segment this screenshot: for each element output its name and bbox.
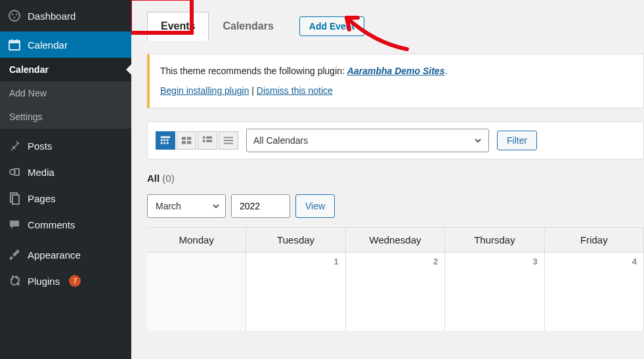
submenu-settings[interactable]: Settings: [0, 105, 131, 129]
svg-rect-6: [11, 39, 12, 42]
sidebar-submenu: Calendar Add New Settings: [0, 58, 131, 129]
calendar-cell[interactable]: 1: [246, 252, 345, 331]
notice-sep: |: [249, 85, 256, 96]
calendar-icon: [8, 38, 21, 51]
cell-num: 2: [433, 257, 438, 266]
annotation-arrow: [335, 10, 414, 56]
svg-rect-14: [161, 136, 170, 138]
svg-rect-26: [206, 136, 212, 138]
sidebar-label: Media: [28, 167, 54, 178]
calendar-grid: Monday Tuesday Wednesday Thursday Friday…: [147, 227, 644, 331]
calendar-cell[interactable]: 2: [346, 252, 445, 331]
calendar-dropdown[interactable]: All Calendars: [246, 129, 489, 152]
cell-num: 3: [532, 257, 537, 266]
sidebar-label: Comments: [28, 219, 75, 230]
sidebar-item-posts[interactable]: Posts: [0, 133, 131, 159]
sidebar-item-appearance[interactable]: Appearance: [0, 242, 131, 268]
svg-rect-30: [224, 140, 233, 141]
month-value: March: [156, 201, 181, 211]
svg-rect-19: [163, 142, 165, 144]
day-header: Friday: [545, 228, 644, 252]
filter-button[interactable]: Filter: [497, 131, 537, 150]
svg-rect-24: [187, 141, 191, 144]
dropdown-value: All Calendars: [253, 135, 308, 146]
chevron-down-icon: [212, 202, 220, 210]
sidebar-item-dashboard[interactable]: Dashboard: [0, 0, 131, 32]
sidebar-label: Calendar: [28, 39, 68, 51]
all-filter[interactable]: All (0): [147, 173, 644, 184]
view-week-button[interactable]: [177, 131, 196, 150]
chevron-down-icon: [474, 137, 482, 144]
admin-sidebar: Dashboard Calendar Calendar Add New Sett…: [0, 0, 131, 359]
view-list-button[interactable]: [219, 131, 238, 150]
svg-rect-28: [206, 140, 212, 142]
cell-num: 4: [632, 257, 637, 266]
view-day-button[interactable]: [198, 131, 217, 150]
svg-rect-16: [163, 139, 165, 141]
svg-point-1: [12, 14, 13, 15]
view-month-button[interactable]: [156, 131, 175, 150]
sidebar-label: Appearance: [28, 249, 81, 261]
sidebar-label: Pages: [28, 193, 56, 204]
svg-rect-20: [167, 142, 169, 144]
svg-point-3: [14, 17, 15, 18]
date-nav: March View: [147, 194, 644, 218]
media-icon: [8, 165, 21, 179]
svg-rect-13: [16, 276, 17, 279]
view-button[interactable]: View: [295, 194, 335, 218]
svg-rect-22: [187, 137, 191, 140]
year-input[interactable]: [231, 194, 290, 218]
comments-icon: [8, 218, 21, 231]
pin-icon: [8, 139, 21, 152]
plugin-icon: [8, 274, 21, 287]
submenu-calendar[interactable]: Calendar: [0, 58, 131, 81]
svg-rect-11: [12, 195, 19, 204]
svg-rect-21: [182, 137, 186, 140]
sidebar-item-pages[interactable]: Pages: [0, 185, 131, 211]
plugins-badge: 7: [69, 275, 81, 287]
calendar-cell[interactable]: 4: [545, 252, 644, 331]
svg-rect-18: [161, 142, 163, 144]
svg-rect-25: [203, 136, 205, 138]
day-header: Thursday: [445, 228, 544, 252]
view-buttons: [156, 131, 238, 150]
month-select[interactable]: March: [147, 194, 226, 218]
svg-rect-12: [12, 276, 13, 279]
svg-rect-17: [167, 139, 169, 141]
sidebar-item-calendar[interactable]: Calendar: [0, 32, 131, 58]
pages-icon: [8, 192, 21, 205]
svg-rect-23: [182, 141, 186, 144]
sidebar-label: Posts: [28, 140, 53, 152]
calendar-row: 1 2 3 4: [147, 252, 644, 331]
sidebar-item-plugins[interactable]: Plugins 7: [0, 268, 131, 294]
tab-calendars[interactable]: Calendars: [209, 12, 287, 41]
all-label: All: [147, 173, 160, 184]
annotation-highlight: [131, 0, 194, 35]
calendar-toolbar: All Calendars Filter: [147, 121, 644, 159]
dashboard-icon: [8, 9, 21, 22]
submenu-add-new[interactable]: Add New: [0, 81, 131, 105]
sidebar-label: Plugins: [28, 276, 60, 287]
svg-rect-7: [16, 39, 18, 42]
svg-point-0: [9, 11, 20, 21]
cell-num: 1: [334, 257, 339, 266]
main-content: Events Calendars Add Event This theme re…: [131, 0, 644, 359]
notice-plugin-link[interactable]: Aarambha Demo Sites: [347, 66, 445, 76]
notice-text-end: .: [444, 66, 447, 76]
calendar-cell[interactable]: 3: [445, 252, 544, 331]
notice-text: This theme recommends the following plug…: [160, 66, 347, 76]
brush-icon: [8, 248, 21, 261]
calendar-header: Monday Tuesday Wednesday Thursday Friday: [147, 228, 644, 252]
svg-rect-5: [9, 41, 20, 43]
notice-dismiss-link[interactable]: Dismiss this notice: [257, 85, 333, 96]
sidebar-item-comments[interactable]: Comments: [0, 211, 131, 238]
sidebar-item-media[interactable]: Media: [0, 159, 131, 185]
svg-point-2: [16, 14, 17, 15]
calendar-cell[interactable]: [147, 252, 246, 331]
svg-rect-29: [224, 137, 233, 138]
sidebar-label: Dashboard: [28, 11, 75, 22]
plugin-notice: This theme recommends the following plug…: [147, 54, 644, 108]
svg-rect-15: [161, 139, 163, 141]
notice-install-link[interactable]: Begin installing plugin: [160, 85, 249, 96]
all-count: (0): [162, 173, 174, 184]
